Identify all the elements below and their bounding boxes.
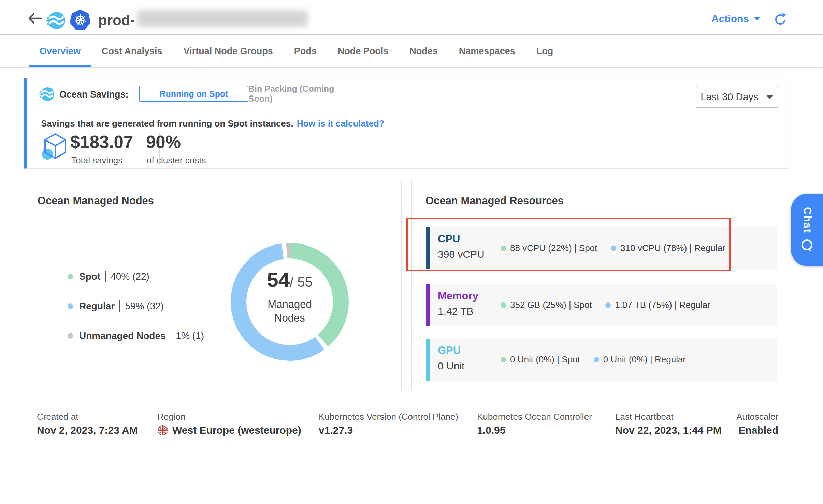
info-label: Created at (37, 412, 78, 422)
managed-resources-title: Ocean Managed Resources (425, 195, 564, 207)
regular-dot (611, 246, 616, 251)
info-value: Enabled (738, 425, 778, 436)
ocean-savings-label: Ocean Savings: (59, 89, 129, 100)
region-value-text: West Europe (westeurope) (172, 425, 301, 436)
period-dropdown[interactable]: Last 30 Days (696, 86, 778, 108)
info-label: Autoscaler (736, 412, 778, 422)
ocean-wave-icon (39, 86, 55, 102)
total-savings-label: Total savings (71, 155, 122, 166)
divider (171, 330, 171, 342)
cluster-cost-percentage: 90% (146, 132, 181, 152)
resource-row-gpu: GPU 0 Unit 0 Unit (0%) | Spot 0 Unit (0%… (426, 339, 777, 381)
unmanaged-legend-dot (68, 333, 73, 339)
divider (425, 218, 775, 218)
cluster-cost-label: of cluster costs (147, 155, 206, 166)
managed-nodes-donut-chart: 54/ 55 Managed Nodes (227, 239, 352, 364)
cpu-details: 88 vCPU (22%) | Spot 310 vCPU (78%) | Re… (501, 227, 725, 269)
cpu-regular-detail: 310 vCPU (78%) | Regular (611, 243, 725, 253)
how-calculated-link[interactable]: How is it calculated? (297, 118, 385, 129)
info-value: 1.0.95 (477, 425, 505, 436)
chevron-down-icon (754, 17, 761, 21)
memory-spot-detail: 352 GB (25%) | Spot (501, 300, 592, 310)
regular-dot (605, 302, 611, 308)
gpu-regular-detail: 0 Unit (0%) | Regular (594, 354, 686, 365)
memory-regular-detail: 1.07 TB (75%) | Regular (605, 300, 710, 310)
actions-menu-button[interactable]: Actions (711, 13, 761, 25)
refresh-icon[interactable] (773, 12, 787, 26)
savings-cube-icon (42, 132, 69, 162)
memory-color-bar (426, 284, 430, 326)
actions-label: Actions (711, 13, 749, 25)
donut-legend: Spot 40% (22) Regular 59% (32) Unmanaged… (68, 270, 204, 359)
tab-virtual-node-groups[interactable]: Virtual Node Groups (173, 35, 284, 67)
legend-label: Unmanaged Nodes (79, 330, 166, 341)
uk-flag-icon (157, 425, 168, 436)
total-count: / 55 (290, 275, 313, 290)
cpu-spot-detail: 88 vCPU (22%) | Spot (501, 243, 597, 253)
chevron-down-icon (766, 95, 774, 99)
tab-nodes[interactable]: Nodes (399, 35, 448, 67)
divider (119, 300, 120, 312)
cpu-color-bar (426, 227, 430, 269)
legend-item-regular: Regular 59% (32) (68, 299, 204, 313)
cpu-total: 398 vCPU (438, 249, 485, 260)
spot-dot (501, 302, 506, 308)
memory-spot-text: 352 GB (25%) | Spot (510, 300, 592, 310)
redacted-cluster-name (137, 10, 308, 27)
cpu-regular-text: 310 vCPU (78%) | Regular (620, 243, 725, 253)
spot-dot (501, 246, 506, 251)
ocean-cluster-overview-page: prod- Actions Overview Cost Analysis Vir… (0, 0, 823, 504)
savings-description: Savings that are generated from running … (41, 118, 385, 129)
total-savings-amount: $183.07 (70, 132, 133, 152)
kubernetes-logo-icon (70, 10, 91, 31)
gpu-color-bar (426, 339, 430, 381)
memory-name: Memory (438, 290, 478, 302)
legend-label: Spot (79, 271, 100, 282)
tab-namespaces[interactable]: Namespaces (448, 35, 526, 67)
gpu-name: GPU (438, 344, 461, 357)
tab-node-pools[interactable]: Node Pools (327, 35, 399, 67)
savings-view-toggle: Running on Spot Bin Packing (Coming Soon… (139, 86, 353, 102)
regular-dot (594, 357, 599, 362)
chat-bubble-icon (800, 238, 814, 253)
ocean-managed-nodes-card: Ocean Managed Nodes Spot 40% (22) Regula… (24, 180, 402, 391)
savings-description-text: Savings that are generated from running … (41, 118, 293, 129)
tab-bar: Overview Cost Analysis Virtual Node Grou… (0, 35, 823, 68)
tab-cost-analysis[interactable]: Cost Analysis (91, 35, 173, 67)
spot-ocean-logo-icon (46, 11, 66, 30)
tab-pods[interactable]: Pods (284, 35, 327, 67)
info-label: Region (157, 412, 185, 422)
legend-item-spot: Spot 40% (22) (68, 270, 204, 283)
bin-packing-button: Bin Packing (Coming Soon) (248, 86, 353, 102)
memory-regular-text: 1.07 TB (75%) | Regular (615, 300, 710, 310)
tab-log[interactable]: Log (526, 35, 564, 67)
info-label: Last Heartbeat (615, 412, 674, 422)
managed-nodes-title: Ocean Managed Nodes (38, 195, 154, 207)
running-on-spot-button[interactable]: Running on Spot (139, 86, 248, 102)
managed-count: 54 (267, 268, 290, 291)
gpu-total: 0 Unit (438, 360, 464, 372)
resource-row-cpu: CPU 398 vCPU 88 vCPU (22%) | Spot 310 vC… (426, 227, 777, 269)
info-label: Kubernetes Ocean Controller (477, 412, 592, 422)
chat-button[interactable]: Chat (791, 194, 823, 266)
gpu-spot-text: 0 Unit (0%) | Spot (510, 354, 580, 365)
center-label-line1: Managed (227, 298, 352, 311)
memory-details: 352 GB (25%) | Spot 1.07 TB (75%) | Regu… (501, 284, 710, 326)
cluster-info-bar: Created at Nov 2, 2023, 7:23 AM Region W… (24, 402, 789, 451)
cluster-title: prod- (98, 12, 135, 29)
spot-legend-dot (68, 274, 73, 279)
center-label-line2: Nodes (227, 311, 352, 325)
back-arrow-icon[interactable] (27, 12, 43, 25)
regular-legend-dot (68, 303, 73, 309)
cpu-name: CPU (438, 233, 460, 245)
info-value: Nov 22, 2023, 1:44 PM (615, 425, 722, 436)
tab-overview[interactable]: Overview (29, 35, 91, 67)
legend-label: Regular (79, 301, 115, 312)
resource-row-memory: Memory 1.42 TB 352 GB (25%) | Spot 1.07 … (426, 284, 777, 326)
info-label: Kubernetes Version (Control Plane) (319, 412, 458, 422)
cpu-spot-text: 88 vCPU (22%) | Spot (510, 243, 597, 253)
info-value: Nov 2, 2023, 7:23 AM (37, 425, 138, 436)
legend-value: 1% (1) (176, 330, 204, 341)
spot-dot (501, 357, 506, 362)
gpu-regular-text: 0 Unit (0%) | Regular (603, 354, 686, 365)
